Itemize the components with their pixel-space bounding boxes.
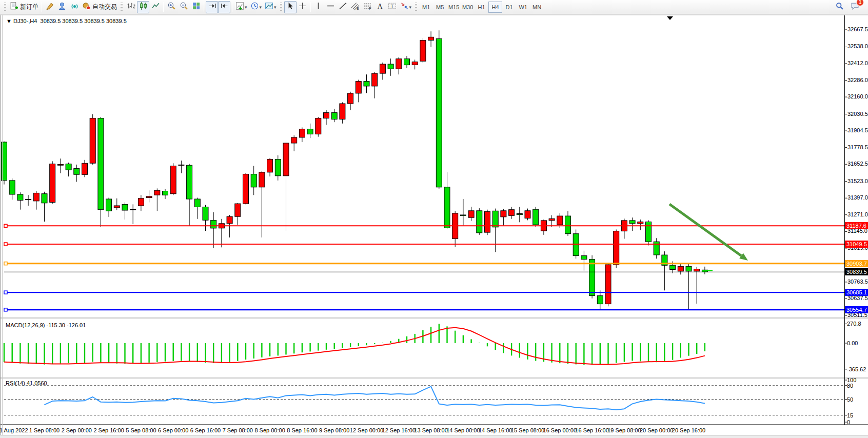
community-button[interactable] [56, 1, 68, 13]
chevron-down-icon: ▾ [409, 5, 412, 10]
toolbar-grip[interactable] [121, 3, 123, 12]
svg-text:F: F [369, 7, 371, 10]
cursor-button[interactable] [284, 1, 297, 13]
time-tick-label: 6 Sep 16:00 [183, 427, 229, 433]
metaeditor-icon [46, 2, 54, 12]
indicators-button[interactable]: ▾ [234, 1, 249, 13]
zoom-out-icon [180, 2, 188, 12]
vertical-line-icon [314, 2, 323, 12]
tile-windows-icon [192, 2, 201, 12]
time-tick-label: 13 Sep 08:00 [408, 427, 454, 433]
chevron-down-icon: ▾ [245, 5, 247, 10]
toolbar-grip[interactable] [280, 3, 282, 12]
text-button[interactable]: A [374, 1, 386, 13]
crosshair-button[interactable] [297, 1, 309, 13]
zoom-out-button[interactable] [177, 1, 190, 13]
search-button[interactable] [833, 1, 845, 13]
time-tick-label: 12 Sep 00:00 [344, 427, 390, 433]
arrows-icon [400, 2, 409, 12]
autotrading-icon [82, 2, 91, 12]
price-axis[interactable] [844, 14, 868, 425]
time-tick-label: 9 Sep 08:00 [311, 427, 358, 433]
search-icon [835, 2, 844, 12]
auto-scroll-button[interactable] [206, 1, 218, 13]
periods-icon [250, 2, 259, 12]
trendline-icon [339, 2, 347, 12]
line-chart-icon [151, 2, 160, 12]
line-chart-button[interactable] [149, 1, 162, 13]
timeframe-h1-button[interactable]: H1 [475, 2, 488, 13]
signals-button[interactable] [68, 1, 81, 13]
time-tick-label: 7 Sep 08:00 [214, 427, 261, 433]
templates-icon [265, 2, 273, 12]
chevron-down-icon: ▾ [260, 5, 262, 10]
auto-scroll-icon [208, 2, 216, 12]
timeframe-m15-button[interactable]: M15 [447, 2, 461, 13]
time-tick-label: 14 Sep 00:00 [440, 427, 486, 433]
text-label-button[interactable]: T [386, 1, 399, 13]
zoom-in-button[interactable] [165, 1, 177, 13]
chevron-down-icon: ▾ [274, 5, 277, 10]
toolbar-grip[interactable] [4, 3, 6, 12]
text-label-icon: T [388, 2, 397, 12]
crosshair-icon [298, 2, 307, 12]
chart-window[interactable]: ▼ DJ30-,H4 30839.5 30839.5 30839.5 30839… [0, 14, 868, 438]
svg-text:T: T [391, 3, 394, 9]
timeframe-d1-button[interactable]: D1 [502, 2, 516, 13]
toolbar-separator [310, 2, 311, 12]
templates-button[interactable]: ▾ [263, 1, 278, 13]
time-tick-label: 8 Sep 16:00 [279, 427, 325, 433]
new-order-button[interactable]: 新订单 [8, 1, 40, 13]
time-axis[interactable]: 31 Aug 20221 Sep 08:002 Sep 00:002 Sep 1… [0, 425, 868, 435]
horizontal-line-icon [326, 2, 335, 12]
timeframe-h4-button[interactable]: H4 [488, 2, 502, 13]
trendline-button[interactable] [337, 1, 349, 13]
tile-windows-button[interactable] [190, 1, 202, 13]
time-tick-label: 8 Sep 00:00 [247, 427, 293, 433]
signals-icon [70, 2, 79, 12]
toolbar-separator [204, 2, 204, 12]
time-tick-label: 12 Sep 16:00 [376, 427, 422, 433]
arrows-button[interactable]: ▾ [399, 1, 413, 13]
time-tick-label: 31 Aug 2022 [0, 427, 35, 433]
chart-shift-button[interactable] [218, 1, 230, 13]
timeframe-mn-button[interactable]: MN [530, 2, 544, 13]
timeframe-m5-button[interactable]: M5 [433, 2, 447, 13]
time-tick-label: 16 Sep 16:00 [569, 427, 615, 433]
new-order-icon [10, 2, 18, 12]
news-button[interactable]: 1 [849, 1, 861, 13]
periods-button[interactable]: ▾ [249, 1, 264, 13]
candlestick-chart-button[interactable] [137, 1, 149, 13]
time-tick-label: 19 Sep 08:00 [601, 427, 647, 433]
timeframe-w1-button[interactable]: W1 [516, 2, 530, 13]
time-tick-label: 20 Sep 00:00 [634, 427, 680, 433]
timeframe-bar: M1M5M15M30H1H4D1W1MN [419, 2, 544, 13]
timeframe-m30-button[interactable]: M30 [461, 2, 475, 13]
toolbar-separator [163, 2, 164, 12]
time-tick-label: 16 Sep 00:00 [537, 427, 583, 433]
horizontal-line-button[interactable] [325, 1, 337, 13]
chart-shift-icon [220, 2, 229, 12]
toolbar-separator [42, 2, 42, 12]
toolbar-grip[interactable] [415, 3, 417, 12]
text-icon: A [376, 2, 384, 12]
vertical-line-button[interactable] [312, 1, 325, 13]
candlestick-chart-icon [139, 2, 148, 12]
timeframe-m1-button[interactable]: M1 [419, 2, 433, 13]
time-tick-label: 20 Sep 16:00 [666, 427, 712, 433]
time-tick-label: 14 Sep 16:00 [472, 427, 519, 433]
metaeditor-button[interactable] [44, 1, 56, 13]
cursor-icon [286, 2, 294, 12]
equidistant-channel-button[interactable]: E [349, 1, 362, 13]
time-tick-label: 2 Sep 16:00 [86, 427, 132, 433]
chart-canvas[interactable] [0, 14, 868, 438]
autotrading-button[interactable]: 自动交易 [81, 1, 119, 13]
svg-text:A: A [378, 3, 383, 10]
bar-chart-button[interactable] [125, 1, 137, 13]
main-toolbar: 新订单 自动交易 ▾▾▾ EFAT▾ M1M5M15M30H1H4D1W1MN … [0, 0, 868, 14]
fibonacci-button[interactable]: F [362, 1, 374, 13]
time-tick-label: 1 Sep 08:00 [22, 427, 68, 433]
svg-text:E: E [357, 7, 359, 10]
toolbar-separator [232, 2, 232, 12]
zoom-in-icon [167, 2, 176, 12]
